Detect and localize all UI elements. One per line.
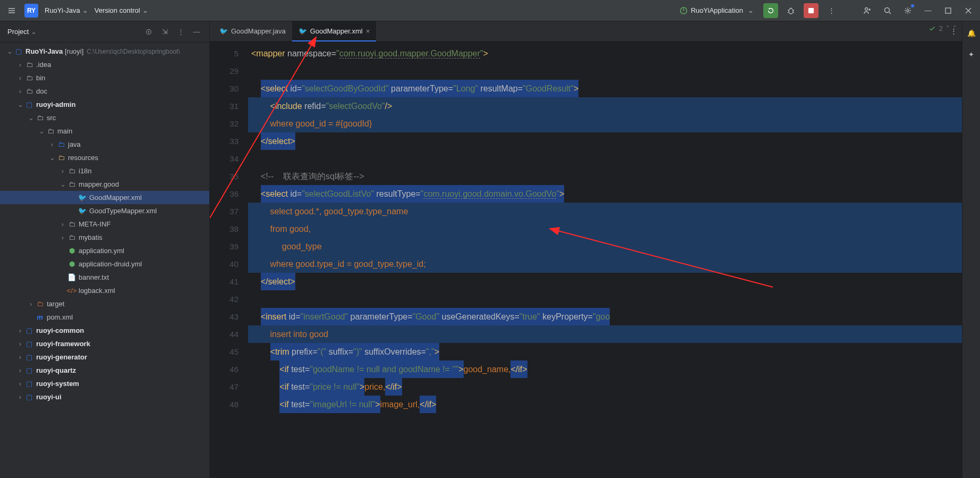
title-bar: RY RuoYi-Java ⌄ Version control ⌄ RuoYiA… — [0, 0, 980, 21]
stop-icon — [808, 7, 814, 14]
tree-node-ruoyi-common[interactable]: ›▢ruoyi-common — [0, 324, 209, 337]
spring-config-icon: ⬢ — [67, 247, 76, 255]
tree-node-doc[interactable]: ›🗀doc — [0, 85, 209, 98]
chevron-right-icon: › — [16, 380, 24, 388]
project-badge: RY — [24, 4, 38, 18]
maximize-button[interactable] — [941, 3, 956, 18]
code-with-me-button[interactable] — [860, 3, 875, 18]
collapse-all-button[interactable]: ⋮ — [175, 27, 186, 37]
inspection-count: 2 — [939, 24, 943, 32]
code-content[interactable]: <mapper namespace="com.ruoyi.good.mapper… — [248, 41, 962, 478]
select-opened-file-button[interactable] — [143, 27, 154, 37]
line-number: 44 — [210, 325, 248, 343]
line-number: 42 — [210, 290, 248, 308]
tree-node-application-yml[interactable]: ⬢application.yml — [0, 244, 209, 257]
minimize-button[interactable]: — — [921, 3, 935, 18]
tree-node-i18n[interactable]: ›🗀i18n — [0, 164, 209, 178]
chevron-down-icon[interactable]: ⌄ — [31, 28, 37, 36]
debug-button[interactable] — [783, 3, 798, 18]
main-menu-button[interactable] — [4, 3, 19, 18]
tree-node-main[interactable]: ⌄🗀main — [0, 124, 209, 138]
chevron-down-icon: ⌄ — [58, 180, 67, 188]
tree-node-application-druid-yml[interactable]: ⬢application-druid.yml — [0, 257, 209, 271]
line-number: 35 — [210, 167, 248, 185]
chevron-up-icon[interactable]: ˄ — [946, 24, 950, 32]
gear-icon — [904, 6, 912, 15]
maven-icon: m — [35, 313, 45, 321]
tree-node-goodtypemapper-xml[interactable]: 🐦GoodTypeMapper.xml — [0, 204, 209, 217]
line-number: 39 — [210, 238, 248, 255]
tree-node-src[interactable]: ⌄🗀src — [0, 111, 209, 124]
more-actions-button[interactable]: ⋮ — [824, 3, 839, 18]
line-number: 5 — [210, 45, 248, 62]
tree-node-meta-inf[interactable]: ›🗀META-INF — [0, 217, 209, 231]
close-tab-button[interactable]: × — [366, 27, 370, 35]
tree-root[interactable]: ⌄ ▢ RuoYi-Java [ruoyi] C:\Users\qcl\Desk… — [0, 45, 209, 58]
vcs-menu[interactable]: Version control ⌄ — [95, 6, 148, 14]
notifications-button[interactable]: 🔔 — [964, 26, 979, 40]
tree-node-idea[interactable]: ›🗀.idea — [0, 58, 209, 71]
folder-icon: 🗀 — [67, 233, 76, 241]
root-module: [ruoyi] — [65, 47, 83, 55]
tree-node-ruoyi-system[interactable]: ›▢ruoyi-system — [0, 377, 209, 390]
tree-node-pom-xml[interactable]: mpom.xml — [0, 311, 209, 324]
project-selector[interactable]: RuoYi-Java ⌄ — [45, 6, 88, 14]
module-icon: ▢ — [24, 340, 34, 348]
tree-node-goodmapper-xml[interactable]: 🐦GoodMapper.xml — [0, 191, 209, 204]
svg-point-5 — [907, 10, 909, 12]
gutter: 5 29 30 31 32 33 34 35 36 37 38 39 40 41… — [210, 41, 248, 478]
tree-node-ruoyi-admin[interactable]: ⌄▢ruoyi-admin — [0, 98, 209, 111]
rerun-button[interactable] — [763, 3, 778, 18]
ai-assistant-button[interactable]: ✦ — [964, 47, 979, 62]
locate-icon — [145, 28, 152, 36]
tab-goodmapper-java[interactable]: 🐦 GoodMapper.java — [213, 21, 292, 41]
chevron-down-icon: ⌄ — [27, 114, 35, 122]
tree-node-ruoyi-ui[interactable]: ›▢ruoyi-ui — [0, 390, 209, 404]
hide-button[interactable]: — — [191, 27, 202, 37]
chevron-down-icon: ⌄ — [142, 6, 148, 14]
project-sidebar: Project ⌄ ⇲ ⋮ — ⌄ ▢ RuoYi-Java [ruoyi] C… — [0, 21, 210, 478]
svg-point-3 — [865, 7, 868, 10]
close-button[interactable] — [961, 3, 976, 18]
tree-node-resources[interactable]: ⌄🗀resources — [0, 151, 209, 164]
stop-button[interactable] — [804, 3, 819, 18]
chevron-down-icon[interactable]: ˅ — [953, 24, 957, 32]
tree-node-target[interactable]: ›🗀target — [0, 297, 209, 311]
tree-node-mapper-good[interactable]: ⌄🗀mapper.good — [0, 178, 209, 191]
chevron-down-icon: ⌄ — [37, 127, 46, 135]
svg-rect-2 — [808, 8, 814, 13]
line-number: 29 — [210, 62, 248, 80]
settings-button[interactable] — [900, 3, 915, 18]
minimize-icon: — — [925, 6, 932, 14]
project-name-label: RuoYi-Java — [45, 6, 80, 14]
chevron-down-icon: ⌄ — [48, 154, 56, 162]
chevron-right-icon: › — [16, 74, 24, 82]
tree-node-ruoyi-generator[interactable]: ›▢ruoyi-generator — [0, 350, 209, 364]
tree-node-banner-txt[interactable]: 📄banner.txt — [0, 271, 209, 284]
code-editor[interactable]: 5 29 30 31 32 33 34 35 36 37 38 39 40 41… — [210, 41, 962, 478]
tree-node-mybatis[interactable]: ›🗀mybatis — [0, 231, 209, 244]
run-config-selector[interactable]: RuoYiApplication ⌄ — [675, 4, 758, 17]
project-tree[interactable]: ⌄ ▢ RuoYi-Java [ruoyi] C:\Users\qcl\Desk… — [0, 43, 209, 478]
module-icon: ▢ — [24, 353, 34, 361]
line-number: 47 — [210, 378, 248, 396]
tree-node-ruoyi-framework[interactable]: ›▢ruoyi-framework — [0, 337, 209, 350]
chevron-right-icon: › — [16, 326, 24, 334]
close-icon — [965, 7, 972, 14]
expand-all-button[interactable]: ⇲ — [159, 27, 170, 37]
line-number: 32 — [210, 115, 248, 132]
spring-config-icon: ⬢ — [67, 260, 76, 268]
vcs-label: Version control — [95, 6, 140, 14]
tree-node-bin[interactable]: ›🗀bin — [0, 71, 209, 85]
minimize-icon: — — [193, 28, 200, 36]
resources-folder-icon: 🗀 — [56, 154, 66, 162]
search-everywhere-button[interactable] — [880, 3, 895, 18]
root-name: RuoYi-Java — [25, 47, 63, 55]
tree-node-ruoyi-quartz[interactable]: ›▢ruoyi-quartz — [0, 364, 209, 377]
tab-goodmapper-xml[interactable]: 🐦 GoodMapper.xml × — [292, 21, 377, 41]
tree-node-java[interactable]: ›🗀java — [0, 138, 209, 151]
line-number: 31 — [210, 97, 248, 115]
chevron-right-icon: › — [16, 366, 24, 374]
tree-node-logback-xml[interactable]: </>logback.xml — [0, 284, 209, 297]
inspection-widget[interactable]: 2 ˄ ˅ — [928, 24, 957, 32]
